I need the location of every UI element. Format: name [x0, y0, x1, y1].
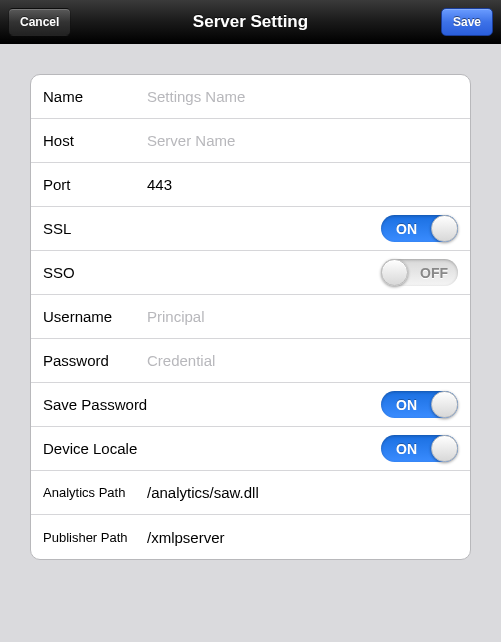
save-password-toggle[interactable]: ON	[381, 391, 458, 418]
save-password-label: Save Password	[43, 396, 381, 413]
toggle-knob	[431, 435, 458, 462]
password-label: Password	[43, 352, 147, 369]
sso-toggle[interactable]: OFF	[381, 259, 458, 286]
sso-label: SSO	[43, 264, 147, 281]
analytics-path-input[interactable]	[147, 484, 458, 501]
device-locale-toggle-text: ON	[396, 441, 417, 457]
row-device-locale: Device Locale ON	[31, 427, 470, 471]
device-locale-toggle[interactable]: ON	[381, 435, 458, 462]
publisher-path-input[interactable]	[147, 529, 458, 546]
password-input[interactable]	[147, 352, 458, 369]
publisher-path-label: Publisher Path	[43, 530, 147, 545]
sso-toggle-text: OFF	[420, 265, 448, 281]
host-input[interactable]	[147, 132, 458, 149]
row-host: Host	[31, 119, 470, 163]
navbar: Cancel Server Setting Save	[0, 0, 501, 44]
content: Name Host Port SSL ON SSO OFF Us	[0, 44, 501, 590]
host-label: Host	[43, 132, 147, 149]
username-label: Username	[43, 308, 147, 325]
save-password-toggle-text: ON	[396, 397, 417, 413]
ssl-label: SSL	[43, 220, 147, 237]
cancel-button[interactable]: Cancel	[8, 8, 71, 36]
row-save-password: Save Password ON	[31, 383, 470, 427]
row-sso: SSO OFF	[31, 251, 470, 295]
row-ssl: SSL ON	[31, 207, 470, 251]
name-label: Name	[43, 88, 147, 105]
row-name: Name	[31, 75, 470, 119]
toggle-knob	[431, 391, 458, 418]
page-title: Server Setting	[0, 12, 501, 32]
settings-group: Name Host Port SSL ON SSO OFF Us	[30, 74, 471, 560]
toggle-knob	[381, 259, 408, 286]
ssl-toggle-text: ON	[396, 221, 417, 237]
row-password: Password	[31, 339, 470, 383]
port-label: Port	[43, 176, 147, 193]
ssl-toggle[interactable]: ON	[381, 215, 458, 242]
toggle-knob	[431, 215, 458, 242]
row-publisher-path: Publisher Path	[31, 515, 470, 559]
port-input[interactable]	[147, 176, 458, 193]
row-analytics-path: Analytics Path	[31, 471, 470, 515]
save-button[interactable]: Save	[441, 8, 493, 36]
device-locale-label: Device Locale	[43, 440, 381, 457]
username-input[interactable]	[147, 308, 458, 325]
analytics-path-label: Analytics Path	[43, 485, 147, 500]
row-port: Port	[31, 163, 470, 207]
name-input[interactable]	[147, 88, 458, 105]
row-username: Username	[31, 295, 470, 339]
